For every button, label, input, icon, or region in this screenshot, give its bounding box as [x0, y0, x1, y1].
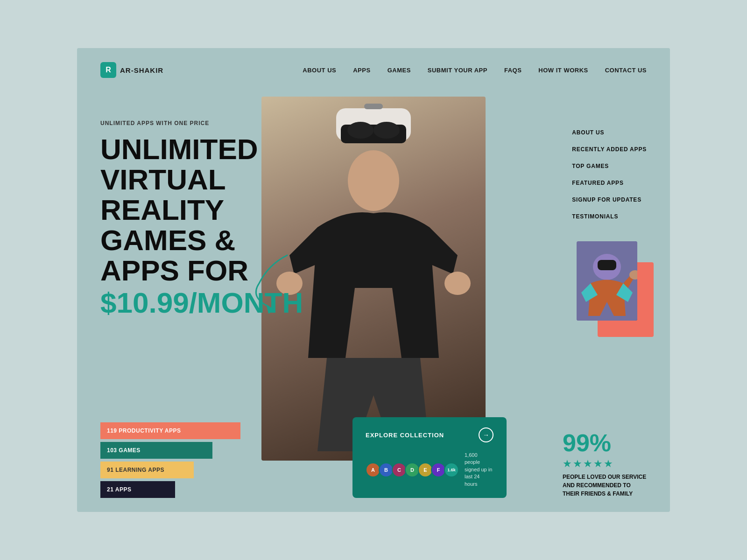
nav-item-faqs[interactable]: FAQS [504, 66, 521, 74]
bar-apps: 21 APPS [100, 481, 175, 498]
right-sidebar-nav: ABOUT US RECENTLY ADDED APPS TOP GAMES F… [572, 129, 647, 220]
rating-text: PEOPLE LOVED OUR SERVICE AND RECOMMENDED… [563, 473, 647, 498]
explore-arrow-button[interactable]: → [479, 427, 493, 442]
right-nav-top-games[interactable]: TOP GAMES [572, 163, 647, 169]
nav-link-about[interactable]: ABOUT US [303, 67, 336, 74]
side-image-card [577, 241, 647, 330]
nav-link-submit[interactable]: SUBMIT YOUR APP [428, 67, 487, 74]
title-line2: VIRTUAL [100, 164, 287, 195]
navbar: R AR-SHAKIR ABOUT US APPS GAMES SUBMIT Y… [77, 48, 670, 92]
svg-point-5 [348, 150, 399, 211]
hero-subtitle: UNLIMITED APPS WITH ONE PRICE [100, 120, 287, 126]
hero-bottom: 119 PRODUCTIVITY APPS 103 GAMES 91 LEARN… [77, 417, 670, 498]
right-nav-recently[interactable]: RECENTLY ADDED APPS [572, 146, 647, 153]
avatar-count: 1.6k [444, 462, 459, 477]
rating-section: 99% ★★★★★ PEOPLE LOVED OUR SERVICE AND R… [563, 431, 647, 498]
svg-point-3 [347, 122, 374, 139]
hero-arrow [250, 251, 306, 318]
explore-avatars: A B C D E F 1.6k [366, 462, 459, 477]
side-person-svg [577, 241, 637, 321]
side-img-inner [577, 241, 637, 321]
rating-stars: ★★★★★ [563, 458, 647, 470]
nav-item-about[interactable]: ABOUT US [303, 66, 336, 74]
arrow-svg [250, 251, 306, 316]
rating-percent: 99% [563, 431, 647, 455]
explore-collection-card: EXPLORE COLLECTION → A B C D E F 1.6k [352, 417, 507, 498]
nav-link-faqs[interactable]: FAQS [504, 67, 521, 74]
hero-section: UNLIMITED APPS WITH ONE PRICE UNLIMITED … [77, 92, 670, 512]
title-line3: REALITY [100, 195, 287, 225]
logo[interactable]: R AR-SHAKIR [100, 62, 163, 78]
nav-link-how[interactable]: HOW IT WORKS [538, 67, 588, 74]
right-nav-featured[interactable]: FEATURED APPS [572, 180, 647, 186]
right-nav-signup[interactable]: SIGNUP FOR UPDATES [572, 196, 647, 203]
nav-links: ABOUT US APPS GAMES SUBMIT YOUR APP FAQS… [303, 66, 647, 74]
nav-item-submit[interactable]: SUBMIT YOUR APP [428, 66, 487, 74]
main-container: R AR-SHAKIR ABOUT US APPS GAMES SUBMIT Y… [77, 48, 670, 512]
explore-signup-text: 1,600 people signed up in last 24 hours [465, 452, 493, 488]
nav-link-games[interactable]: GAMES [388, 67, 411, 74]
nav-item-how[interactable]: HOW IT WORKS [538, 66, 588, 74]
svg-point-7 [444, 272, 471, 295]
svg-rect-11 [598, 260, 616, 270]
bar-learning: 91 LEARNING APPS [100, 462, 194, 478]
nav-item-contact[interactable]: CONTACT US [605, 66, 647, 74]
bar-games: 103 GAMES [100, 442, 212, 459]
title-line1: UNLIMITED [100, 134, 287, 164]
explore-social-proof: A B C D E F 1.6k 1,600 people signed up … [366, 452, 493, 488]
svg-rect-2 [364, 104, 383, 109]
nav-link-apps[interactable]: APPS [353, 67, 370, 74]
right-nav-about[interactable]: ABOUT US [572, 129, 647, 136]
right-nav-testimonials[interactable]: TESTIMONIALS [572, 213, 647, 220]
logo-icon: R [100, 62, 116, 78]
explore-title: EXPLORE COLLECTION [366, 432, 444, 439]
svg-marker-8 [266, 304, 275, 314]
svg-point-4 [374, 122, 400, 139]
explore-header: EXPLORE COLLECTION → [366, 427, 493, 442]
stats-bars: 119 PRODUCTIVITY APPS 103 GAMES 91 LEARN… [100, 422, 259, 498]
brand-name: AR-SHAKIR [120, 66, 163, 74]
nav-item-games[interactable]: GAMES [388, 66, 411, 74]
vr-headset-svg [327, 97, 420, 148]
logo-letter: R [106, 66, 111, 74]
bar-productivity: 119 PRODUCTIVITY APPS [100, 422, 240, 439]
nav-item-apps[interactable]: APPS [353, 66, 370, 74]
nav-link-contact[interactable]: CONTACT US [605, 67, 647, 74]
